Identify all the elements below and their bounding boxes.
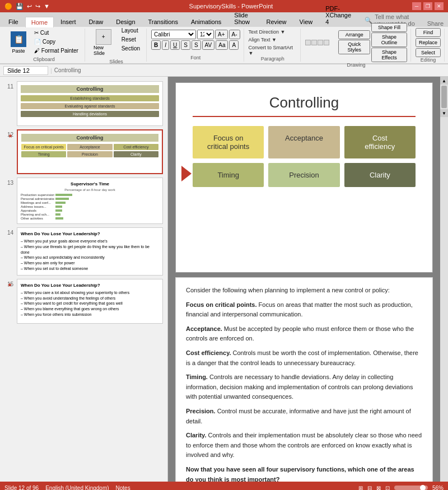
change-case-button[interactable]: Aa bbox=[216, 40, 228, 50]
copy-button[interactable]: 📄 Copy bbox=[31, 38, 81, 46]
zoom-level[interactable]: 56% bbox=[432, 485, 444, 491]
find-button[interactable]: Find bbox=[416, 28, 441, 37]
slide-thumb-11[interactable]: Controlling Establishing standards Evalu… bbox=[17, 81, 163, 126]
slide-ref-box[interactable]: Slide 12 bbox=[3, 66, 48, 75]
tab-insert[interactable]: Insert bbox=[54, 16, 82, 27]
main-slide-grid: Focus oncritical points Acceptance Coste… bbox=[193, 126, 416, 187]
shapes-palette[interactable] bbox=[305, 40, 337, 45]
ribbon: File Home Insert Draw Design Transitions… bbox=[0, 12, 448, 64]
zoom-slider[interactable] bbox=[394, 486, 428, 490]
shape-item[interactable] bbox=[305, 40, 311, 45]
font-size-select[interactable]: 12 bbox=[197, 30, 214, 39]
slide-12-box-5: Precision bbox=[67, 151, 112, 157]
shadow-button[interactable]: S bbox=[192, 40, 201, 50]
slide-thumb-13[interactable]: Supervisor's Time Percentage of an 8-hou… bbox=[17, 178, 163, 224]
quick-styles-button[interactable]: Quick Styles bbox=[338, 40, 370, 54]
font-row1: Calibri 12 A+ A- bbox=[151, 30, 240, 39]
bullet-5: – When you set out to defeat someone bbox=[21, 266, 159, 272]
quick-save[interactable]: 💾 bbox=[16, 3, 24, 10]
view-normal-icon[interactable]: ⊞ bbox=[358, 485, 363, 491]
bullet-2: – When you use threats to get people do … bbox=[21, 244, 159, 255]
bold-button[interactable]: B bbox=[151, 40, 161, 50]
view-reading-icon[interactable]: ⊠ bbox=[376, 485, 381, 491]
tab-animations[interactable]: Animations bbox=[185, 16, 227, 27]
scroll-up-button[interactable]: ▲ bbox=[440, 77, 448, 85]
section-button[interactable]: Section bbox=[119, 44, 143, 53]
close-button[interactable]: ✕ bbox=[435, 2, 444, 10]
paste-button[interactable]: 📋 Paste bbox=[7, 29, 30, 57]
slide-item-13[interactable]: 13 Supervisor's Time Percentage of an 8-… bbox=[4, 178, 163, 224]
slide-item-15[interactable]: 15 When Do You Lose Your Leadership? – W… bbox=[4, 279, 163, 324]
ribbon-group-drawing: Arrange Quick Styles Shape Fill Shape Ou… bbox=[302, 29, 411, 62]
shape-item[interactable] bbox=[318, 40, 323, 45]
share-button[interactable]: Share bbox=[423, 20, 448, 27]
new-slide-button[interactable]: + New Slide bbox=[90, 26, 118, 59]
bar-row-6: Planning and sch... bbox=[21, 213, 159, 216]
tab-file[interactable]: File bbox=[2, 16, 25, 27]
restore-button[interactable]: ❐ bbox=[423, 2, 432, 10]
quick-redo[interactable]: ↪ bbox=[35, 3, 40, 10]
arrange-button[interactable]: Arrange bbox=[338, 30, 370, 39]
char-spacing-button[interactable]: AV bbox=[202, 40, 215, 50]
minimize-button[interactable]: ─ bbox=[412, 2, 421, 10]
tab-home[interactable]: Home bbox=[25, 17, 54, 27]
slide-item-14[interactable]: 14 When Do You Lose Your Leadership? – W… bbox=[4, 227, 163, 276]
arrange-styles: Arrange Quick Styles bbox=[338, 30, 370, 54]
shape-outline-button[interactable]: Shape Outline bbox=[371, 32, 407, 47]
text-direction-btn[interactable]: Text Direction ▼ bbox=[249, 29, 297, 35]
replace-button[interactable]: Replace bbox=[416, 38, 441, 47]
font-color-button[interactable]: A bbox=[229, 40, 239, 50]
slides-label: Slides bbox=[109, 59, 123, 64]
app-icon: 🟠 bbox=[4, 3, 12, 10]
tab-design[interactable]: Design bbox=[110, 16, 141, 27]
quick-undo[interactable]: ↩ bbox=[27, 3, 32, 10]
font-row2: B I U S S AV Aa A bbox=[151, 40, 240, 50]
quick-customize[interactable]: ▼ bbox=[44, 3, 50, 10]
shape-fill-button[interactable]: Shape Fill bbox=[371, 23, 407, 32]
notes-point-5: Precision. Control must be accurate, inf… bbox=[186, 407, 422, 426]
notes-question-bold: Now that you have seen all four supervis… bbox=[186, 465, 422, 482]
tab-transitions[interactable]: Transitions bbox=[142, 16, 184, 27]
strikethrough-button[interactable]: S bbox=[181, 40, 190, 50]
tab-draw[interactable]: Draw bbox=[83, 16, 110, 27]
format-painter-button[interactable]: 🖌 Format Painter bbox=[31, 46, 81, 55]
slide-item-12[interactable]: 12 Controlling Focus on critical points … bbox=[4, 129, 163, 174]
status-left: Slide 12 of 96 English (United Kingdom) … bbox=[4, 485, 130, 491]
bullet-1: – When you put your goals above everyone… bbox=[21, 239, 159, 244]
bar-row-5: Appraisals bbox=[21, 209, 159, 212]
scroll-down-button[interactable]: ▼ bbox=[440, 109, 448, 117]
align-text-btn[interactable]: Align Text ▼ bbox=[249, 37, 297, 43]
clipboard-small: ✂ Cut 📄 Copy 🖌 Format Painter bbox=[31, 29, 81, 57]
slide-item-11[interactable]: 11 Controlling Establishing standards Ev… bbox=[4, 81, 163, 126]
notes-button[interactable]: Notes bbox=[116, 485, 130, 491]
shape-effects-button[interactable]: Shape Effects bbox=[371, 48, 407, 62]
italic-button[interactable]: I bbox=[162, 40, 169, 50]
notes-point-3: Cost efficiency. Controls must be worth … bbox=[186, 348, 422, 368]
grid-cell-clarity: Clarity bbox=[344, 163, 416, 187]
shape-item[interactable] bbox=[324, 40, 329, 45]
tab-slideshow[interactable]: Slide Show bbox=[228, 10, 259, 27]
view-slide-sorter-icon[interactable]: ⊟ bbox=[367, 485, 372, 491]
scroll-thumb[interactable] bbox=[441, 86, 447, 108]
notes-term-6: Clarity. bbox=[186, 432, 206, 438]
notes-term-3: Cost efficiency. bbox=[186, 349, 231, 356]
select-button[interactable]: Select bbox=[416, 48, 441, 57]
font-decrease-button[interactable]: A- bbox=[229, 30, 240, 39]
slide-thumb-15[interactable]: When Do You Lose Your Leadership? – When… bbox=[17, 279, 163, 324]
zoom-thumb[interactable] bbox=[420, 485, 426, 490]
font-increase-button[interactable]: A+ bbox=[215, 30, 228, 39]
smartart-btn[interactable]: Convert to SmartArt ▼ bbox=[249, 45, 297, 56]
reset-button[interactable]: Reset bbox=[119, 35, 143, 44]
underline-button[interactable]: U bbox=[170, 40, 180, 50]
slide-thumb-12[interactable]: Controlling Focus on critical points Acc… bbox=[17, 129, 163, 174]
font-family-select[interactable]: Calibri bbox=[151, 30, 196, 39]
shape-item[interactable] bbox=[311, 40, 317, 45]
slides-panel[interactable]: 11 Controlling Establishing standards Ev… bbox=[0, 77, 168, 482]
slide-thumb-14[interactable]: When Do You Lose Your Leadership? – When… bbox=[17, 227, 163, 276]
vertical-scrollbar[interactable]: ▲ ▼ bbox=[440, 77, 448, 482]
tab-review[interactable]: Review bbox=[260, 16, 292, 27]
cut-button[interactable]: ✂ Cut bbox=[31, 29, 81, 37]
window-title: SupervisorySkills - PowerPoint bbox=[189, 3, 273, 10]
layout-button[interactable]: Layout bbox=[119, 26, 143, 35]
view-presenter-icon[interactable]: ⊡ bbox=[385, 485, 390, 491]
